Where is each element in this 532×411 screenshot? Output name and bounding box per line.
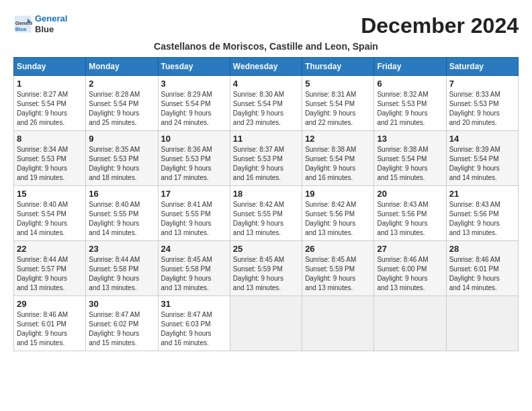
day-info: Sunrise: 8:45 AM Sunset: 5:59 PM Dayligh… <box>305 255 371 293</box>
calendar-cell: 3Sunrise: 8:29 AM Sunset: 5:54 PM Daylig… <box>158 76 230 131</box>
day-info: Sunrise: 8:37 AM Sunset: 5:53 PM Dayligh… <box>233 145 299 183</box>
day-info: Sunrise: 8:32 AM Sunset: 5:53 PM Dayligh… <box>377 90 443 128</box>
page-header: General Blue GeneralBlue December 2024 <box>13 13 519 38</box>
calendar-cell: 9Sunrise: 8:35 AM Sunset: 5:53 PM Daylig… <box>86 131 158 186</box>
day-info: Sunrise: 8:45 AM Sunset: 5:59 PM Dayligh… <box>233 255 299 293</box>
calendar-cell <box>302 296 374 351</box>
day-info: Sunrise: 8:33 AM Sunset: 5:53 PM Dayligh… <box>449 90 515 128</box>
day-number: 20 <box>377 189 443 199</box>
day-number: 12 <box>305 134 371 144</box>
weekday-header: Wednesday <box>230 58 302 76</box>
calendar-cell: 16Sunrise: 8:40 AM Sunset: 5:55 PM Dayli… <box>86 186 158 241</box>
day-number: 23 <box>89 244 154 254</box>
day-info: Sunrise: 8:47 AM Sunset: 6:02 PM Dayligh… <box>89 310 154 348</box>
day-number: 10 <box>161 134 227 144</box>
day-number: 22 <box>17 244 83 254</box>
day-info: Sunrise: 8:40 AM Sunset: 5:55 PM Dayligh… <box>89 200 154 238</box>
day-number: 31 <box>161 299 227 309</box>
day-number: 28 <box>449 244 515 254</box>
calendar-cell: 24Sunrise: 8:45 AM Sunset: 5:58 PM Dayli… <box>158 241 230 296</box>
calendar-cell <box>446 296 518 351</box>
day-info: Sunrise: 8:27 AM Sunset: 5:54 PM Dayligh… <box>17 90 83 128</box>
calendar-week-row: 1Sunrise: 8:27 AM Sunset: 5:54 PM Daylig… <box>14 76 519 131</box>
day-number: 13 <box>377 134 443 144</box>
day-number: 25 <box>233 244 299 254</box>
day-info: Sunrise: 8:34 AM Sunset: 5:53 PM Dayligh… <box>17 145 83 183</box>
weekday-header: Monday <box>86 58 158 76</box>
day-info: Sunrise: 8:41 AM Sunset: 5:55 PM Dayligh… <box>161 200 227 238</box>
day-number: 14 <box>449 134 515 144</box>
calendar-cell: 8Sunrise: 8:34 AM Sunset: 5:53 PM Daylig… <box>14 131 86 186</box>
weekday-header: Tuesday <box>158 58 230 76</box>
day-info: Sunrise: 8:45 AM Sunset: 5:58 PM Dayligh… <box>161 255 227 293</box>
day-number: 3 <box>161 79 227 89</box>
calendar-cell: 14Sunrise: 8:39 AM Sunset: 5:54 PM Dayli… <box>446 131 518 186</box>
calendar-cell <box>374 296 446 351</box>
day-number: 26 <box>305 244 371 254</box>
day-number: 4 <box>233 79 299 89</box>
calendar-cell: 23Sunrise: 8:44 AM Sunset: 5:58 PM Dayli… <box>86 241 158 296</box>
day-number: 15 <box>17 189 83 199</box>
day-info: Sunrise: 8:38 AM Sunset: 5:54 PM Dayligh… <box>377 145 443 183</box>
day-info: Sunrise: 8:46 AM Sunset: 6:01 PM Dayligh… <box>449 255 515 293</box>
day-number: 18 <box>233 189 299 199</box>
calendar-cell: 31Sunrise: 8:47 AM Sunset: 6:03 PM Dayli… <box>158 296 230 351</box>
weekday-header: Friday <box>374 58 446 76</box>
calendar-cell: 2Sunrise: 8:28 AM Sunset: 5:54 PM Daylig… <box>86 76 158 131</box>
calendar-cell: 10Sunrise: 8:36 AM Sunset: 5:53 PM Dayli… <box>158 131 230 186</box>
day-number: 2 <box>89 79 154 89</box>
day-number: 11 <box>233 134 299 144</box>
calendar-cell: 21Sunrise: 8:43 AM Sunset: 5:56 PM Dayli… <box>446 186 518 241</box>
weekday-header: Saturday <box>446 58 518 76</box>
day-info: Sunrise: 8:44 AM Sunset: 5:58 PM Dayligh… <box>89 255 154 293</box>
day-info: Sunrise: 8:47 AM Sunset: 6:03 PM Dayligh… <box>161 310 227 348</box>
calendar-cell: 18Sunrise: 8:42 AM Sunset: 5:55 PM Dayli… <box>230 186 302 241</box>
day-number: 24 <box>161 244 227 254</box>
calendar-cell: 28Sunrise: 8:46 AM Sunset: 6:01 PM Dayli… <box>446 241 518 296</box>
day-info: Sunrise: 8:43 AM Sunset: 5:56 PM Dayligh… <box>377 200 443 238</box>
calendar-week-row: 8Sunrise: 8:34 AM Sunset: 5:53 PM Daylig… <box>14 131 519 186</box>
calendar-week-row: 15Sunrise: 8:40 AM Sunset: 5:54 PM Dayli… <box>14 186 519 241</box>
day-number: 29 <box>17 299 83 309</box>
day-info: Sunrise: 8:30 AM Sunset: 5:54 PM Dayligh… <box>233 90 299 128</box>
calendar-week-row: 29Sunrise: 8:46 AM Sunset: 6:01 PM Dayli… <box>14 296 519 351</box>
calendar-cell <box>230 296 302 351</box>
day-info: Sunrise: 8:38 AM Sunset: 5:54 PM Dayligh… <box>305 145 371 183</box>
calendar-cell: 13Sunrise: 8:38 AM Sunset: 5:54 PM Dayli… <box>374 131 446 186</box>
day-number: 16 <box>89 189 154 199</box>
weekday-header: Thursday <box>302 58 374 76</box>
day-info: Sunrise: 8:28 AM Sunset: 5:54 PM Dayligh… <box>89 90 154 128</box>
day-info: Sunrise: 8:42 AM Sunset: 5:56 PM Dayligh… <box>305 200 371 238</box>
calendar-cell: 26Sunrise: 8:45 AM Sunset: 5:59 PM Dayli… <box>302 241 374 296</box>
day-info: Sunrise: 8:46 AM Sunset: 6:01 PM Dayligh… <box>17 310 83 348</box>
day-info: Sunrise: 8:36 AM Sunset: 5:53 PM Dayligh… <box>161 145 227 183</box>
day-info: Sunrise: 8:39 AM Sunset: 5:54 PM Dayligh… <box>449 145 515 183</box>
svg-text:Blue: Blue <box>15 26 27 32</box>
day-info: Sunrise: 8:31 AM Sunset: 5:54 PM Dayligh… <box>305 90 371 128</box>
calendar-cell: 27Sunrise: 8:46 AM Sunset: 6:00 PM Dayli… <box>374 241 446 296</box>
day-number: 9 <box>89 134 154 144</box>
calendar-cell: 20Sunrise: 8:43 AM Sunset: 5:56 PM Dayli… <box>374 186 446 241</box>
calendar-week-row: 22Sunrise: 8:44 AM Sunset: 5:57 PM Dayli… <box>14 241 519 296</box>
logo: General Blue GeneralBlue <box>13 13 67 34</box>
day-number: 5 <box>305 79 371 89</box>
location-subtitle: Castellanos de Moriscos, Castille and Le… <box>13 41 519 52</box>
logo-icon: General Blue <box>13 15 32 34</box>
calendar-cell: 1Sunrise: 8:27 AM Sunset: 5:54 PM Daylig… <box>14 76 86 131</box>
day-info: Sunrise: 8:44 AM Sunset: 5:57 PM Dayligh… <box>17 255 83 293</box>
day-number: 21 <box>449 189 515 199</box>
day-number: 6 <box>377 79 443 89</box>
calendar-cell: 5Sunrise: 8:31 AM Sunset: 5:54 PM Daylig… <box>302 76 374 131</box>
day-info: Sunrise: 8:29 AM Sunset: 5:54 PM Dayligh… <box>161 90 227 128</box>
month-title: December 2024 <box>361 13 519 38</box>
calendar-cell: 30Sunrise: 8:47 AM Sunset: 6:02 PM Dayli… <box>86 296 158 351</box>
day-number: 30 <box>89 299 154 309</box>
day-number: 7 <box>449 79 515 89</box>
day-info: Sunrise: 8:42 AM Sunset: 5:55 PM Dayligh… <box>233 200 299 238</box>
day-number: 8 <box>17 134 83 144</box>
calendar-header-row: SundayMondayTuesdayWednesdayThursdayFrid… <box>14 58 519 76</box>
calendar-table: SundayMondayTuesdayWednesdayThursdayFrid… <box>13 57 519 351</box>
calendar-cell: 4Sunrise: 8:30 AM Sunset: 5:54 PM Daylig… <box>230 76 302 131</box>
day-number: 27 <box>377 244 443 254</box>
day-info: Sunrise: 8:40 AM Sunset: 5:54 PM Dayligh… <box>17 200 83 238</box>
